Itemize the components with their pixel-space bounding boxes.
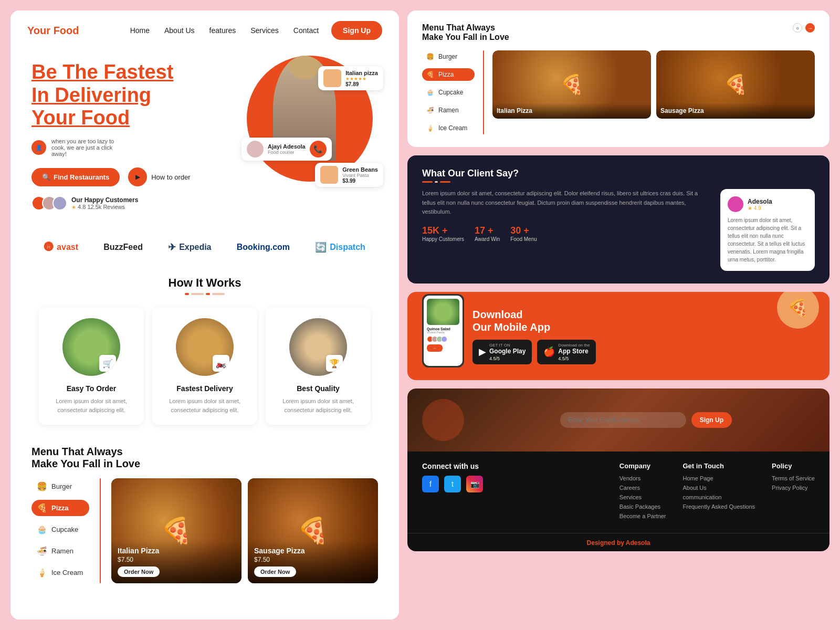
- partner-expedia: ✈ Expedia: [168, 242, 211, 253]
- footer-services-link[interactable]: Services: [620, 494, 666, 500]
- cat-burger[interactable]: 🍔 Burger: [32, 478, 89, 495]
- stat-customers: 15K + Happy Customers: [422, 225, 464, 242]
- nav-about[interactable]: About Us: [164, 26, 195, 35]
- nav-home[interactable]: Home: [130, 26, 150, 35]
- how-card-order-desc: Lorem ipsum dolor sit amet, consectetur …: [49, 397, 133, 414]
- right-pizza-cards: 🍕 Italian Pizza 🍕 Sausage Pizza: [492, 50, 815, 134]
- partner-dispatch: 🔄 Dispatch: [315, 242, 365, 253]
- find-restaurants-button[interactable]: 🔍 Find Restaurants: [32, 168, 120, 186]
- review-head: Adesola ★ 4.9: [728, 196, 807, 212]
- footer-faq-link[interactable]: Frequently Asked Questions: [683, 503, 755, 510]
- how-card-delivery-img: 🏍️: [176, 318, 234, 376]
- hero-section: Be The Fastest In Delivering Your Food 👤…: [10, 50, 399, 218]
- how-card-order-img: 🛒: [62, 318, 120, 376]
- phone-food-label: Quinoa Salad: [427, 327, 459, 331]
- hero-headline: Be The Fastest In Delivering Your Food: [32, 61, 231, 130]
- menu-cards-row: 🍕 Italian Pizza $7.50 Order Now 🍕 Sausag…: [111, 478, 378, 583]
- google-play-button[interactable]: ▶ GET IT ON Google Play 4.5/5: [472, 340, 532, 364]
- client-text-area: Lorem ipsum dolor sit amet, consectetur …: [422, 189, 712, 271]
- footer-signup-area: Sign Up: [407, 388, 830, 452]
- right-cat-icecream[interactable]: 🍦 Ice Cream: [422, 122, 475, 134]
- how-card-delivery: 🏍️ Fastest Delivery Lorem ipsum dolor si…: [152, 308, 257, 425]
- right-menu-layout: 🍔 Burger 🍕 Pizza 🧁 Cupcake 🍜 Ramen: [422, 50, 815, 134]
- order-sausage-button[interactable]: Order Now: [254, 566, 296, 577]
- customers-row: Our Happy Customers ★ 4.8 12.5k Reviews: [32, 196, 231, 211]
- footer-packages-link[interactable]: Basic Packages: [620, 503, 666, 510]
- designed-by-text: Designed by Adesola: [587, 539, 650, 547]
- phone-avatars: [427, 336, 459, 342]
- footer-comm-link[interactable]: communication: [683, 494, 755, 500]
- signup-button[interactable]: Sign Up: [331, 21, 382, 40]
- order-icon: 🛒: [99, 355, 116, 372]
- quality-icon: 🏆: [326, 355, 343, 372]
- facebook-icon[interactable]: f: [422, 476, 439, 492]
- cat-pizza[interactable]: 🍕 Pizza: [32, 500, 89, 516]
- hero-image-area: Italian pizza ★★★★★ $7.89: [231, 50, 378, 192]
- courier-card: Ajayi Adesola Food courier 📞: [242, 138, 332, 161]
- connect-title: Connect with us: [422, 462, 603, 470]
- right-cat-ramen[interactable]: 🍜 Ramen: [422, 104, 475, 117]
- reviewer-info: Adesola ★ 4.9: [748, 198, 772, 211]
- footer-home-link[interactable]: Home Page: [683, 475, 755, 481]
- footer-policy-title: Policy: [772, 462, 815, 470]
- right-cat-pizza[interactable]: 🍕 Pizza: [422, 68, 475, 81]
- how-to-order-button[interactable]: ▶ How to order: [128, 167, 190, 186]
- partner-booking: Booking.com: [237, 243, 290, 252]
- partner-buzzfeed: BuzzFeed: [103, 243, 143, 252]
- right-cat-cupcake[interactable]: 🧁 Cupcake: [422, 86, 475, 99]
- nav-circles: ○ →: [793, 23, 815, 33]
- how-card-order-title: Easy To Order: [49, 384, 133, 393]
- email-input[interactable]: [560, 412, 686, 428]
- logo[interactable]: Your Food: [27, 25, 79, 37]
- footer-signup-button[interactable]: Sign Up: [691, 412, 732, 428]
- menu-card-sausage: 🍕 Sausage Pizza $7.50 Order Now: [248, 478, 378, 583]
- right-pizza-card-1: 🍕 Italian Pizza: [492, 50, 651, 119]
- menu-layout: 🍔 Burger 🍕 Pizza 🧁 Cupcake 🍜 Ramen: [32, 478, 378, 583]
- next-btn[interactable]: →: [805, 23, 815, 33]
- reviewer-avatar: [728, 196, 743, 212]
- menu-divider: [100, 478, 101, 583]
- food-card-bottom: Green Beans Vivant Pasta $3.99: [315, 163, 383, 187]
- nav-services[interactable]: Services: [250, 26, 279, 35]
- menu-title: Menu That Always: [32, 446, 378, 458]
- instagram-icon[interactable]: 📷: [466, 476, 483, 492]
- stat-awards: 17 + Award Win: [475, 225, 500, 242]
- food-card-bottom-img: [320, 166, 338, 184]
- nav-features[interactable]: features: [209, 26, 236, 35]
- client-title: What Our Client Say?: [422, 168, 815, 179]
- footer-tos-link[interactable]: Terms of Service: [772, 475, 815, 481]
- stat-menus: 30 + Food Menu: [510, 225, 537, 242]
- twitter-icon[interactable]: t: [444, 476, 461, 492]
- app-store-button[interactable]: 🍎 Download on the App Store 4.5/5: [537, 340, 596, 364]
- prev-btn[interactable]: ○: [793, 23, 802, 33]
- footer-partner-link[interactable]: Become a Partner: [620, 513, 666, 519]
- footer-email-row: Sign Up: [560, 412, 815, 428]
- nav-links: Home About Us features Services Contact: [130, 26, 319, 35]
- courier-text: Ajayi Adesola Food courier: [268, 143, 306, 155]
- right-cat-burger[interactable]: 🍔 Burger: [422, 50, 475, 63]
- phone-screen: Quinoa Salad Vivant Pasta →: [424, 296, 463, 366]
- right-menu-cats: 🍔 Burger 🍕 Pizza 🧁 Cupcake 🍜 Ramen: [422, 50, 475, 134]
- right-pizza-card-2: 🍕 Sausage Pizza: [656, 50, 815, 119]
- food-card-top: Italian pizza ★★★★★ $7.89: [318, 66, 383, 90]
- footer-privacy-link[interactable]: Privacy Policy: [772, 485, 815, 491]
- order-italian-button[interactable]: Order Now: [118, 566, 160, 577]
- cat-icecream[interactable]: 🍦 Ice Cream: [32, 564, 89, 581]
- app-store-text: Download on the App Store 4.5/5: [558, 343, 590, 361]
- food-card-top-text: Italian pizza ★★★★★ $7.89: [345, 70, 378, 87]
- how-card-quality-desc: Lorem ipsum dolor sit amet, consectetur …: [276, 397, 360, 414]
- cat-cupcake[interactable]: 🧁 Cupcake: [32, 521, 89, 538]
- footer-about-link[interactable]: About Us: [683, 485, 755, 491]
- nav-contact[interactable]: Contact: [293, 26, 319, 35]
- footer-vendors-link[interactable]: Vendors: [620, 475, 666, 481]
- cat-ramen[interactable]: 🍜 Ramen: [32, 543, 89, 559]
- right-menu-card: Menu That Always Make You Fall in Love ○…: [407, 10, 830, 147]
- client-stats: 15K + Happy Customers 17 + Award Win 30 …: [422, 225, 712, 242]
- how-card-order: 🛒 Easy To Order Lorem ipsum dolor sit am…: [39, 308, 144, 425]
- how-it-works-section: How It Works 🛒 Easy To Order Lorem ipsum…: [10, 266, 399, 435]
- menu-subtitle: Make You Fall in Love: [32, 458, 378, 470]
- footer-careers-link[interactable]: Careers: [620, 485, 666, 491]
- how-icon: ▶: [128, 167, 147, 186]
- phone-mockup: Quinoa Salad Vivant Pasta →: [422, 294, 464, 368]
- play-store-text: GET IT ON Google Play 4.5/5: [489, 343, 526, 361]
